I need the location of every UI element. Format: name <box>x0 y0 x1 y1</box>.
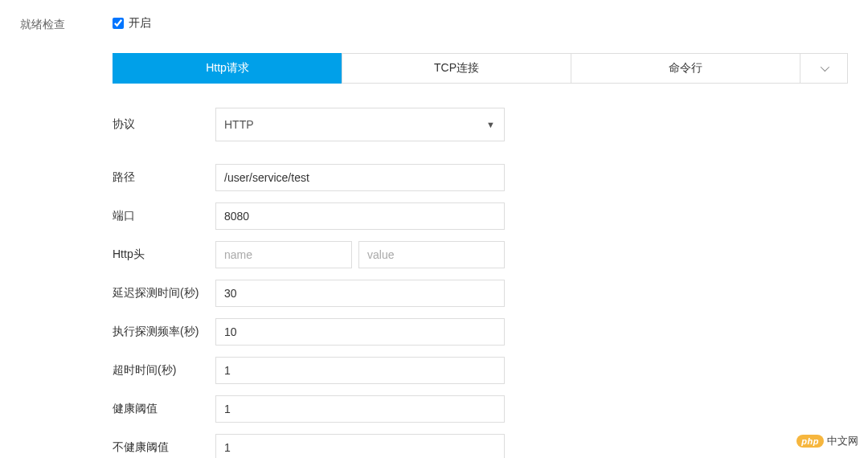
tab-tcp[interactable]: TCP连接 <box>342 53 571 84</box>
section-title: 就绪检查 <box>20 16 113 458</box>
path-label: 路径 <box>113 170 215 185</box>
chevron-down-icon <box>821 63 829 72</box>
enable-label: 开启 <box>129 16 151 31</box>
enable-checkbox[interactable] <box>113 18 124 29</box>
path-input[interactable] <box>215 164 505 191</box>
tab-cmd[interactable]: 命令行 <box>571 53 800 84</box>
healthy-label: 健康阈值 <box>113 402 215 416</box>
unhealthy-label: 不健康阈值 <box>113 440 215 455</box>
header-name-input[interactable] <box>215 241 352 268</box>
delay-label: 延迟探测时间(秒) <box>113 286 215 301</box>
healthy-threshold-input[interactable] <box>215 395 505 423</box>
protocol-label: 协议 <box>113 117 215 132</box>
protocol-select[interactable]: HTTP <box>215 108 505 141</box>
timeout-input[interactable] <box>215 357 505 384</box>
http-header-label: Http头 <box>113 247 215 262</box>
watermark: php 中文网 <box>796 434 858 448</box>
delay-input[interactable] <box>215 280 505 307</box>
period-label: 执行探测频率(秒) <box>113 325 215 339</box>
period-input[interactable] <box>215 318 505 346</box>
unhealthy-threshold-input[interactable] <box>215 434 505 458</box>
port-input[interactable] <box>215 202 505 230</box>
watermark-badge: php <box>796 435 824 448</box>
tab-bar: Http请求 TCP连接 命令行 <box>113 53 848 84</box>
timeout-label: 超时时间(秒) <box>113 363 215 378</box>
tab-http[interactable]: Http请求 <box>113 53 342 84</box>
header-value-input[interactable] <box>358 241 505 268</box>
port-label: 端口 <box>113 209 215 223</box>
watermark-text: 中文网 <box>827 434 858 448</box>
tab-expand[interactable] <box>800 53 848 84</box>
